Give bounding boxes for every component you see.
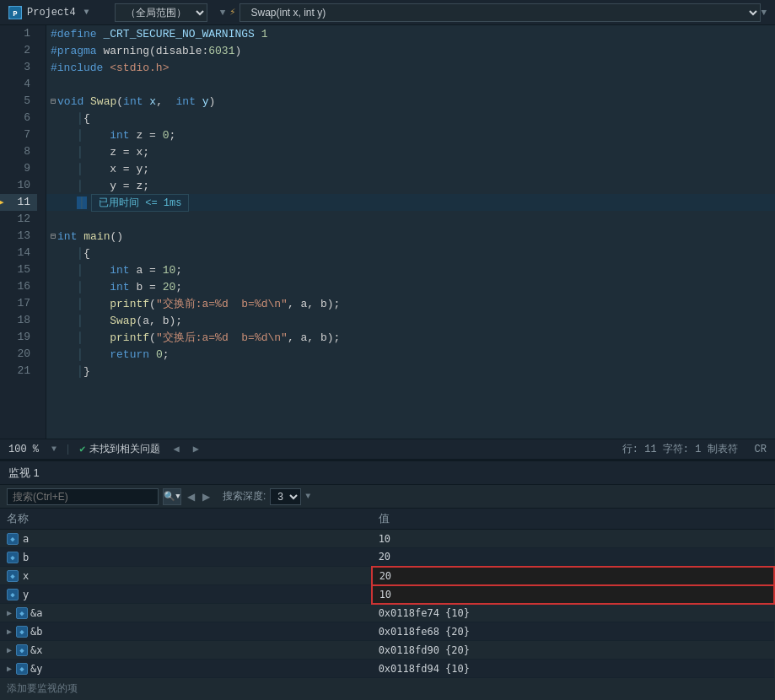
zoom-level: 100 %	[8, 444, 39, 455]
fold-icon-5[interactable]: ⊟	[51, 96, 56, 106]
code-token: │	[51, 315, 110, 327]
var-name-addr-x: &x	[30, 644, 42, 656]
watch-row-addr-x[interactable]: ▶ ◆ &x 0x0118fd90 {20}	[0, 641, 774, 660]
expand-icon-addr-a[interactable]: ▶	[7, 608, 12, 617]
var-name-b: b	[23, 552, 29, 563]
code-token	[83, 95, 90, 108]
code-token: ,	[156, 95, 170, 108]
code-token: │	[51, 348, 110, 361]
watch-search-button[interactable]: 🔍 ▼	[163, 488, 181, 505]
ln-20: 20	[0, 346, 37, 363]
code-token: ;	[175, 281, 182, 293]
code-line-7: │ int z = 0;	[46, 127, 775, 143]
watch-title: 监视 1	[0, 461, 775, 485]
code-token: , a, b);	[288, 298, 340, 310]
titlebar: P Project4 ▼ （全局范围） ▼ ⚡ Swap(int x, int …	[0, 0, 775, 25]
project-name: Project4	[27, 7, 76, 19]
func-icon: ⚡	[229, 6, 235, 19]
code-line-20: │ return 0;	[46, 346, 775, 363]
code-token: (a, b);	[136, 315, 182, 327]
ln-5: 5	[0, 93, 37, 110]
ln-4: 4	[0, 76, 37, 93]
code-token: │ x = y;	[51, 163, 149, 175]
code-token: 1	[261, 28, 268, 40]
watch-nav-next[interactable]: ▶	[201, 491, 212, 503]
depth-dropdown-icon[interactable]: ▼	[305, 492, 310, 501]
code-token: int	[110, 281, 129, 293]
code-token: printf	[110, 298, 149, 310]
watch-value-b: 20	[372, 548, 774, 567]
watch-value-addr-x: 0x0118fd90 {20}	[372, 641, 774, 660]
watch-nav-prev[interactable]: ◀	[186, 491, 196, 503]
var-icon-addr-x: ◆	[16, 644, 28, 656]
func-select[interactable]: Swap(int x, int y)	[239, 3, 761, 22]
watch-row-a[interactable]: ◆ a 10	[0, 530, 774, 548]
zoom-dropdown[interactable]: ▼	[51, 444, 57, 454]
depth-select[interactable]: 3	[270, 488, 301, 505]
code-token	[149, 348, 156, 361]
watch-name-b: ◆ b	[0, 548, 372, 567]
code-line-10: │ y = z;	[46, 177, 775, 194]
watch-row-addr-a[interactable]: ▶ ◆ &a 0x0118fe74 {10}	[0, 604, 774, 622]
code-token	[143, 95, 150, 108]
code-token: "交换后:a=%d b=%d\n"	[156, 330, 288, 345]
nav-prev[interactable]: ◀	[173, 443, 179, 455]
watch-name-addr-y: ▶ ◆ &y	[0, 660, 372, 678]
func-dropdown[interactable]: ▼	[761, 8, 767, 18]
watch-search-input[interactable]	[7, 488, 159, 505]
watch-row-addr-y[interactable]: ▶ ◆ &y 0x0118fd94 {10}	[0, 660, 774, 678]
ln-21: 21	[0, 363, 37, 380]
watch-value-y: 10	[372, 585, 774, 604]
code-token	[103, 62, 110, 74]
code-token: │	[51, 331, 110, 344]
fold-icon-13[interactable]: ⊟	[51, 231, 56, 241]
watch-row-x[interactable]: ◆ x 20	[0, 567, 774, 585]
code-line-2: #pragma warning(disable:6031)	[46, 42, 775, 59]
nav-next[interactable]: ▶	[193, 443, 199, 455]
code-line-6: │{	[46, 110, 775, 127]
watch-name-addr-a: ▶ ◆ &a	[0, 604, 372, 622]
separator1: ▼	[220, 8, 226, 18]
scope-select[interactable]: （全局范围）	[115, 3, 207, 22]
expand-icon-addr-b[interactable]: ▶	[7, 627, 12, 636]
ln-18: 18	[0, 312, 37, 329]
code-token: (	[149, 298, 156, 310]
watch-row-addr-b[interactable]: ▶ ◆ &b 0x0118fe68 {20}	[0, 622, 774, 641]
watch-value-a: 10	[372, 530, 774, 548]
project-dropdown[interactable]: ▼	[84, 8, 89, 17]
code-line-4	[46, 76, 775, 93]
code-token	[196, 95, 202, 108]
code-token: │ y = z;	[51, 180, 149, 192]
expand-icon-addr-y[interactable]: ▶	[7, 664, 12, 673]
ln-19: 19	[0, 329, 37, 346]
code-line-19: │ printf("交换后:a=%d b=%d\n", a, b);	[46, 329, 775, 346]
code-token: ;	[163, 348, 170, 361]
watch-table-header: 名称 值	[0, 509, 774, 530]
expand-icon-addr-x[interactable]: ▶	[7, 645, 12, 654]
watch-row-y[interactable]: ◆ y 10	[0, 585, 774, 604]
watch-row-b[interactable]: ◆ b 20	[0, 548, 774, 567]
code-line-9: │ x = y;	[46, 160, 775, 177]
code-line-11: │已用时间 <= 1ms	[46, 194, 775, 211]
dropdown-arrow-icon: ▼	[175, 493, 180, 501]
ln-9: 9	[0, 160, 37, 177]
code-token: │	[51, 281, 110, 293]
ln-16: 16	[0, 278, 37, 295]
code-token: b =	[130, 281, 163, 293]
status-text: 未找到相关问题	[89, 442, 160, 456]
code-line-5: ⊟void Swap(int x, int y)	[46, 93, 775, 110]
ln-1: 1	[0, 25, 37, 42]
ln-3: 3	[0, 59, 37, 76]
code-line-21: │}	[46, 363, 775, 380]
ln-6: 6	[0, 110, 37, 127]
watch-title-text: 监视 1	[8, 466, 40, 481]
code-token: #define	[51, 28, 97, 40]
watch-name-x: ◆ x	[0, 567, 372, 585]
code-content[interactable]: #define _CRT_SECURE_NO_WARNINGS 1 #pragm…	[46, 25, 775, 439]
var-icon-addr-b: ◆	[16, 626, 28, 638]
watch-value-addr-y: 0x0118fd94 {10}	[372, 660, 774, 678]
ln-12: 12	[0, 211, 37, 228]
cr-label: CR	[755, 444, 767, 455]
code-token: │	[51, 298, 110, 310]
watch-add-item[interactable]: 添加要监视的项	[0, 678, 775, 699]
